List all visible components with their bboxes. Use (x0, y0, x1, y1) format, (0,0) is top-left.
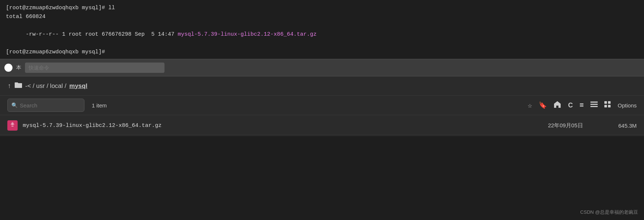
bookmark-icon[interactable]: 🔖 (539, 101, 547, 109)
item-count: 1 item (92, 102, 107, 109)
file-row[interactable]: mysql-5.7.39-linux-glibc2.12-x86_64.tar.… (0, 117, 644, 135)
file-name: mysql-5.7.39-linux-glibc2.12-x86_64.tar.… (23, 123, 531, 129)
list-icon[interactable] (590, 102, 598, 109)
terminal-line-3-prefix: -rw-r--r-- 1 root root 676676298 Sep 5 1… (26, 31, 178, 38)
svg-rect-6 (608, 105, 611, 107)
svg-rect-3 (604, 101, 607, 104)
file-size: 645.3M (600, 123, 637, 129)
file-date: 22年09月05日 (536, 122, 595, 129)
terminal-line-1: [root@zzmuap6zwdoqhqxb mysql]# ll (6, 4, 638, 13)
svg-rect-2 (590, 106, 598, 107)
quick-cmd-input[interactable] (25, 63, 164, 73)
file-type-icon (7, 120, 18, 131)
terminal-line-3: -rw-r--r-- 1 root root 676676298 Sep 5 1… (6, 21, 638, 48)
svg-rect-5 (604, 105, 607, 107)
breadcrumb-current[interactable]: mysql (69, 82, 87, 90)
breadcrumb-bar: ↑ -< / usr / local / mysql (0, 77, 644, 96)
svg-rect-1 (590, 104, 598, 105)
svg-rect-9 (11, 124, 14, 125)
folder-icon (14, 82, 22, 90)
terminal-line-2: total 660824 (6, 13, 638, 21)
list-detail-icon[interactable]: ≡ (579, 101, 584, 110)
options-button[interactable]: Options (618, 102, 637, 109)
search-input[interactable] (20, 102, 75, 109)
file-list: mysql-5.7.39-linux-glibc2.12-x86_64.tar.… (0, 115, 644, 136)
svg-rect-10 (11, 126, 14, 127)
watermark: CSDN @总是幸福的老豌豆 (580, 209, 638, 216)
search-box[interactable]: 🔍 (7, 99, 84, 112)
local-label: 本 (16, 64, 21, 71)
svg-rect-8 (11, 123, 14, 124)
local-indicator (4, 64, 12, 72)
search-icon: 🔍 (11, 102, 18, 109)
terminal-line-4: [root@zzmuap6zwdoqhqxb mysql]# (6, 48, 638, 57)
terminal-filename: mysql-5.7.39-linux-glibc2.12-x86_64.tar.… (178, 31, 316, 38)
toolbar-icons: ☆ 🔖 C ≡ (528, 100, 637, 110)
sync-icon[interactable]: C (568, 102, 573, 109)
svg-rect-0 (590, 102, 598, 103)
nav-up-icon[interactable]: ↑ (7, 82, 11, 90)
svg-rect-7 (10, 122, 15, 129)
grid-icon[interactable] (604, 101, 611, 110)
svg-rect-4 (608, 101, 611, 104)
breadcrumb-separator: -< / usr / local / (25, 82, 66, 90)
file-browser: ↑ -< / usr / local / mysql 🔍 1 item ☆ 🔖 (0, 76, 644, 136)
star-icon[interactable]: ☆ (528, 101, 532, 110)
toolbar: 🔍 1 item ☆ 🔖 C ≡ (0, 96, 644, 115)
terminal-section: [root@zzmuap6zwdoqhqxb mysql]# ll total … (0, 0, 644, 59)
quick-cmd-bar: 本 (0, 59, 644, 76)
home-icon[interactable] (553, 100, 561, 110)
